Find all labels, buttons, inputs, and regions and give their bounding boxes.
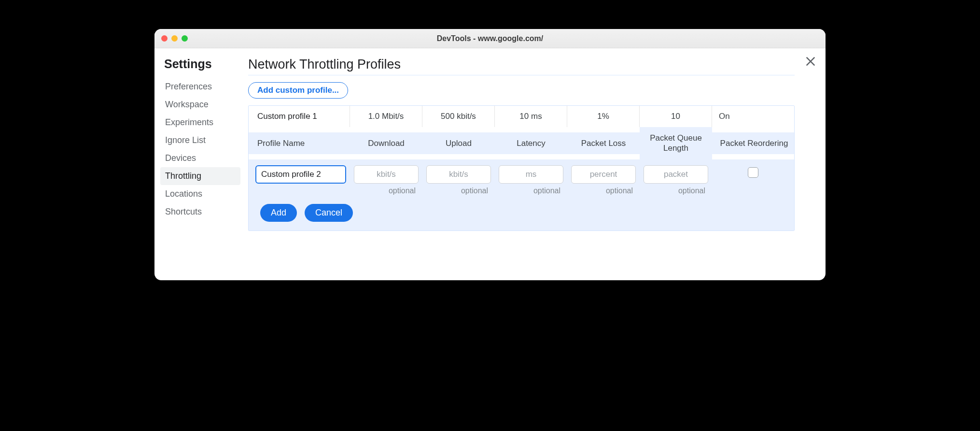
close-icon[interactable] (161, 35, 168, 42)
header-packet-queue: Packet Queue Length (640, 127, 712, 159)
packet-loss-input[interactable] (571, 165, 636, 184)
cell-latency: 10 ms (495, 106, 567, 127)
header-upload: Upload (422, 132, 495, 154)
cell-profile-name: Custom profile 1 (249, 106, 350, 127)
close-settings-button[interactable] (804, 55, 817, 68)
packet-queue-input[interactable] (644, 165, 708, 184)
edit-profile-form: optional optional optional optional (249, 159, 794, 230)
titlebar: DevTools - www.google.com/ (154, 29, 826, 48)
optional-label: optional (426, 187, 491, 195)
sidebar-item-shortcuts[interactable]: Shortcuts (164, 203, 240, 221)
optional-label: optional (571, 187, 636, 195)
packet-reorder-checkbox[interactable] (748, 167, 758, 178)
cell-upload: 500 kbit/s (422, 106, 495, 127)
optional-label: optional (499, 187, 563, 195)
edit-actions: Add Cancel (249, 196, 794, 222)
header-packet-loss: Packet Loss (567, 132, 640, 154)
sidebar-item-devices[interactable]: Devices (164, 149, 240, 167)
cell-packet-loss: 1% (567, 106, 640, 127)
settings-heading: Settings (164, 57, 240, 71)
window-title: DevTools - www.google.com/ (154, 34, 826, 43)
optional-label: optional (354, 187, 419, 195)
sidebar: Settings Preferences Workspace Experimen… (154, 48, 240, 280)
table-row[interactable]: Custom profile 1 1.0 Mbit/s 500 kbit/s 1… (249, 106, 794, 127)
header-latency: Latency (495, 132, 567, 154)
download-input[interactable] (354, 165, 419, 184)
header-profile-name: Profile Name (249, 132, 350, 154)
table-headers: Profile Name Download Upload Latency Pac… (249, 127, 794, 159)
sidebar-item-preferences[interactable]: Preferences (164, 78, 240, 96)
fullscreen-icon[interactable] (182, 35, 188, 42)
sidebar-item-throttling[interactable]: Throttling (160, 167, 240, 185)
profiles-table: Custom profile 1 1.0 Mbit/s 500 kbit/s 1… (248, 105, 795, 231)
latency-input[interactable] (499, 165, 563, 184)
devtools-window: DevTools - www.google.com/ Settings Pref… (154, 29, 826, 280)
cell-packet-queue: 10 (640, 106, 712, 127)
x-icon (804, 55, 817, 68)
main-panel: Network Throttling Profiles Add custom p… (240, 48, 826, 280)
optional-label: optional (644, 187, 708, 195)
header-packet-reorder: Packet Reordering (712, 132, 794, 154)
sidebar-item-locations[interactable]: Locations (164, 185, 240, 203)
page-title: Network Throttling Profiles (248, 57, 795, 75)
traffic-lights (161, 35, 188, 42)
sidebar-item-experiments[interactable]: Experiments (164, 114, 240, 131)
add-button[interactable]: Add (260, 204, 297, 222)
settings-content: Settings Preferences Workspace Experimen… (154, 48, 826, 280)
minimize-icon[interactable] (171, 35, 178, 42)
header-download: Download (350, 132, 422, 154)
sidebar-item-workspace[interactable]: Workspace (164, 96, 240, 114)
profile-name-input[interactable] (255, 165, 346, 184)
cell-download: 1.0 Mbit/s (350, 106, 422, 127)
sidebar-item-ignore-list[interactable]: Ignore List (164, 131, 240, 149)
upload-input[interactable] (426, 165, 491, 184)
cancel-button[interactable]: Cancel (305, 204, 353, 222)
cell-packet-reorder: On (712, 106, 794, 127)
add-custom-profile-button[interactable]: Add custom profile... (248, 82, 348, 99)
